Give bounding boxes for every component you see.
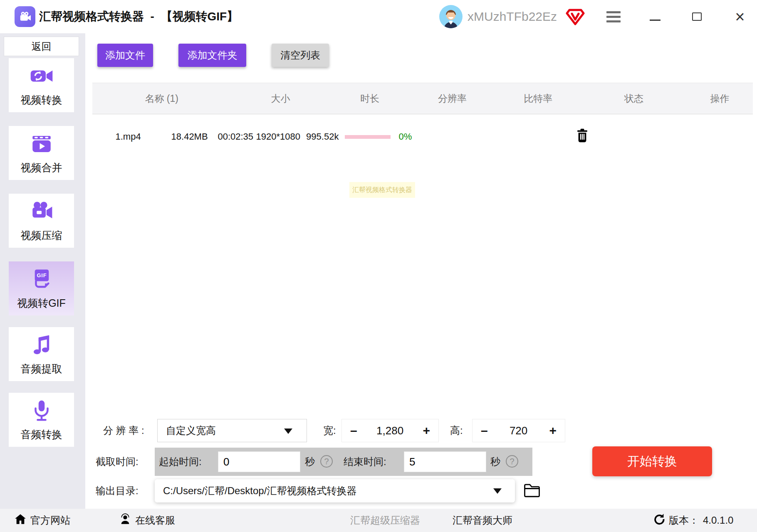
sidebar-item-label: 视频转换	[21, 93, 62, 107]
sidebar-item-video-to-gif[interactable]: GIF 视频转GIF	[9, 261, 74, 315]
width-label: 宽:	[323, 419, 336, 442]
resolution-select[interactable]: 自定义宽高	[157, 419, 307, 442]
add-folder-button[interactable]: 添加文件夹	[178, 44, 246, 67]
start-time-label: 起始时间:	[159, 448, 202, 476]
partner-link-audio-master[interactable]: 汇帮音频大师	[453, 509, 512, 532]
sidebar-item-label: 视频压缩	[21, 229, 62, 242]
browse-folder-button[interactable]	[523, 482, 541, 500]
titlebar: 汇帮视频格式转换器 - 【视频转GIF】 xMUzhTFb22Ez ×	[0, 0, 757, 33]
sidebar-item-label: 视频转GIF	[17, 296, 66, 310]
output-dir-label: 输出目录:	[96, 479, 139, 502]
progress-bar	[345, 135, 391, 139]
sidebar-item-label: 音频提取	[21, 362, 62, 376]
version-info: 版本： 4.0.1.0	[653, 509, 733, 532]
column-header-duration: 时长	[330, 92, 410, 105]
start-time-input[interactable]	[218, 451, 300, 472]
maximize-button[interactable]	[686, 0, 707, 33]
version-value: 4.0.1.0	[703, 515, 733, 526]
back-button[interactable]: 返回	[4, 37, 79, 56]
username[interactable]: xMUzhTFb22Ez	[468, 0, 557, 33]
video-merge-icon	[30, 132, 54, 158]
trash-icon	[576, 128, 589, 145]
seconds-label: 秒	[305, 448, 315, 476]
table-row: 1.mp4 18.42MB 00:02:35 1920*1080 995.52k…	[92, 125, 753, 149]
table-header: 名称 (1) 大小 时长 分辨率 比特率 状态 操作	[92, 83, 753, 114]
progress-percent: 0%	[399, 131, 412, 142]
cell-file-size: 18.42MB	[164, 131, 215, 142]
online-service-label: 在线客服	[135, 514, 175, 527]
column-header-resolution: 分辨率	[409, 92, 495, 105]
width-plus-button[interactable]: +	[423, 424, 430, 437]
width-value[interactable]: 1,280	[376, 424, 403, 437]
vip-badge-icon[interactable]	[566, 8, 585, 26]
column-header-size: 大小	[231, 92, 330, 105]
partner-link-compressor[interactable]: 汇帮超级压缩器	[350, 509, 420, 532]
clear-list-button[interactable]: 清空列表	[272, 44, 329, 67]
help-icon[interactable]: ?	[506, 455, 518, 468]
column-header-action: 操作	[687, 92, 753, 105]
height-stepper: – 720 +	[472, 419, 565, 442]
delete-file-button[interactable]	[412, 128, 753, 145]
sidebar-item-video-convert[interactable]: 视频转换	[9, 58, 74, 112]
sidebar-item-video-merge[interactable]: 视频合并	[9, 126, 74, 180]
cell-resolution: 1920*1080	[256, 131, 300, 142]
width-stepper: – 1,280 +	[341, 419, 439, 442]
app-logo-icon	[15, 6, 35, 27]
help-icon[interactable]: ?	[320, 455, 333, 468]
sidebar: 返回 视频转换 视频合并	[0, 33, 85, 509]
seconds-label: 秒	[490, 448, 500, 476]
cell-file-name: 1.mp4	[92, 131, 164, 142]
svg-text:GIF: GIF	[37, 273, 47, 278]
width-minus-button[interactable]: –	[350, 424, 357, 437]
clip-time-label: 截取时间:	[96, 448, 139, 476]
column-header-bitrate: 比特率	[495, 92, 581, 105]
cell-status: 0%	[345, 131, 412, 142]
music-note-icon	[30, 333, 54, 359]
end-time-label: 结束时间:	[344, 448, 386, 476]
video-to-gif-icon: GIF	[30, 267, 54, 293]
height-minus-button[interactable]: –	[481, 424, 488, 437]
add-file-button[interactable]: 添加文件	[97, 44, 153, 67]
end-time-input[interactable]	[404, 451, 486, 472]
official-site-link[interactable]: 官方网站	[15, 509, 70, 532]
sidebar-item-label: 视频合并	[21, 161, 62, 175]
sidebar-item-video-compress[interactable]: 视频压缩	[9, 194, 74, 248]
chevron-down-icon	[493, 488, 502, 494]
online-service-link[interactable]: 在线客服	[119, 509, 175, 532]
menu-icon[interactable]	[606, 11, 621, 22]
refresh-icon[interactable]	[653, 513, 665, 527]
resolution-selected-value: 自定义宽高	[166, 424, 216, 437]
close-button[interactable]: ×	[729, 0, 751, 33]
resolution-label: 分 辨 率 :	[103, 419, 144, 442]
folder-icon	[523, 492, 541, 499]
height-plus-button[interactable]: +	[549, 424, 557, 437]
sidebar-item-audio-convert[interactable]: 音频转换	[9, 393, 74, 447]
column-header-status: 状态	[581, 92, 687, 105]
home-icon	[15, 514, 26, 527]
statusbar: 官方网站 在线客服 汇帮超级压缩器 汇帮音频大师 版本： 4.0.1.0	[0, 509, 757, 532]
customer-service-icon	[119, 513, 131, 527]
watermark: 汇帮视频格式转换器	[349, 182, 415, 198]
video-convert-icon	[30, 64, 54, 90]
official-site-label: 官方网站	[30, 514, 70, 527]
minimize-button[interactable]	[645, 0, 665, 33]
video-compress-icon	[30, 200, 54, 225]
sidebar-item-audio-extract[interactable]: 音频提取	[9, 327, 74, 381]
cell-bitrate: 995.52k	[300, 131, 345, 142]
version-label: 版本：	[669, 514, 699, 527]
microphone-icon	[30, 399, 54, 424]
height-value[interactable]: 720	[510, 424, 527, 437]
cell-duration: 00:02:35	[215, 131, 256, 142]
output-dir-value: C:/Users/汇帮/Desktop/汇帮视频格式转换器	[163, 484, 356, 498]
user-avatar[interactable]	[439, 5, 463, 28]
sidebar-item-label: 音频转换	[21, 428, 62, 441]
start-convert-button[interactable]: 开始转换	[592, 446, 712, 476]
window-title: 汇帮视频格式转换器 - 【视频转GIF】	[39, 0, 238, 33]
height-label: 高:	[450, 419, 463, 442]
chevron-down-icon	[284, 429, 292, 434]
output-dir-select[interactable]: C:/Users/汇帮/Desktop/汇帮视频格式转换器	[155, 479, 515, 502]
column-header-name: 名称 (1)	[92, 92, 231, 105]
